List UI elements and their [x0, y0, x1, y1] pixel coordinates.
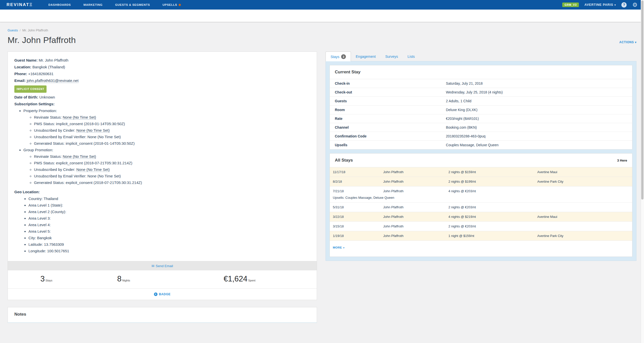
subscription-item-prefix: Generated Status:	[34, 141, 66, 145]
stay-row: 11/17/18John Pfaffroth2 nights @ $159/nt…	[330, 167, 632, 177]
guest-field-label: Phone:	[14, 72, 27, 76]
nav-item-dashboards[interactable]: DASHBOARDS	[48, 3, 71, 6]
subscription-item-prefix: PMS Status:	[34, 122, 56, 126]
notes-card: Notes	[8, 307, 317, 323]
stat-value: €1,624	[224, 274, 248, 283]
stay-guest-name: John Pfaffroth	[383, 180, 448, 183]
subscription-item-prefix: Revinate Status:	[34, 154, 63, 159]
stay-row-main: 11/17/18John Pfaffroth2 nights @ $159/nt…	[330, 167, 632, 177]
guest-tabs: Stays3EngagementSurveysLists	[326, 52, 636, 61]
current-stay-row-value: Couples Massage, Deluxe Queen	[446, 143, 627, 147]
nav-item-label: GUESTS & SEGMENTS	[115, 3, 150, 6]
subscription-item-value: None (No Time Set)	[76, 128, 110, 133]
nav-item-upsells[interactable]: UPSELLS	[163, 3, 181, 6]
current-stay-row-label: Guests	[335, 99, 446, 103]
breadcrumb-current: Mr. John Pfaffroth	[22, 28, 48, 32]
account-menu[interactable]: AVERTINE PARIS▾	[584, 3, 616, 7]
current-stay-row: Check-outWednesday, July 25, 2018 (4 nig…	[330, 88, 632, 97]
guest-stat-stays: 3Stays	[8, 274, 85, 283]
stay-guest-name: John Pfaffroth	[383, 234, 448, 238]
send-email-bar: ✉Send Email	[8, 261, 317, 270]
current-stay-row-value: 201803235288-463-0puq	[446, 134, 627, 138]
subscription-item-value: None (No Time Set)	[63, 115, 96, 120]
guest-stat-nights: 8Nights	[85, 274, 162, 283]
subscription-item-value: None (No Time Set)	[88, 174, 121, 178]
stay-property	[537, 205, 629, 209]
notes-title: Notes	[14, 312, 310, 317]
stay-row-main: 8/2/18John Pfaffroth2 nights @ $199/ntAv…	[330, 177, 632, 186]
stat-label: Nights	[122, 279, 130, 282]
stay-date: 3/22/18	[333, 215, 383, 219]
subscription-item: Revinate Status: None (No Time Set)	[34, 154, 310, 159]
tab-engagement[interactable]: Engagement	[351, 52, 380, 61]
more-stays-link[interactable]: MORE »	[333, 246, 345, 249]
current-stay-row-label: Confirmation Code	[335, 134, 446, 138]
stay-guest-name: John Pfaffroth	[383, 170, 448, 174]
subscription-item: Unsubscribed by Email Verifier: None (No…	[34, 134, 310, 140]
nav-right-controls: GRM_V3 AVERTINE PARIS▾ ? ⚙	[562, 2, 637, 8]
geo-item: Area Level 5:	[28, 228, 310, 234]
envelope-icon: ✉	[151, 264, 154, 268]
revinate-logo[interactable]: REVINATΞ	[7, 2, 33, 7]
subscription-group: Group Promotion:Revinate Status: None (N…	[23, 147, 310, 185]
actions-label: ACTIONS	[619, 40, 634, 44]
stay-row: 7/21/18John Pfaffroth4 nights @ €203/ntU…	[330, 186, 632, 203]
stay-nights-rate: 2 nights @ €203/nt	[448, 205, 537, 209]
current-stay-row-value: Deluxe King (DLXK)	[446, 108, 627, 112]
geo-item: Country: Thailand	[28, 196, 310, 202]
stay-date: 11/17/18	[333, 170, 383, 174]
send-email-button[interactable]: ✉Send Email	[151, 264, 173, 268]
chevron-down-icon: ▾	[635, 41, 636, 44]
guest-field-label: Guest Name:	[14, 58, 38, 62]
gear-icon[interactable]: ⚙	[632, 2, 637, 8]
subscription-item-value: explicit_consent (2018-07-21T05:30:31.21…	[66, 180, 142, 185]
tab-stays[interactable]: Stays3	[326, 52, 351, 61]
stays-tab-panel: Current Stay Check-inSaturday, July 21, …	[326, 61, 636, 261]
stay-date: 8/2/18	[333, 180, 383, 183]
tab-lists[interactable]: Lists	[403, 52, 420, 61]
help-icon[interactable]: ?	[621, 2, 627, 8]
guest-field: Email: john.pfaffroth631@revinate.net	[14, 78, 310, 83]
stay-guest-name: John Pfaffroth	[383, 215, 448, 219]
tab-label: Engagement	[356, 55, 376, 59]
tab-surveys[interactable]: Surveys	[380, 52, 403, 61]
add-badge-button[interactable]: +BADGE	[154, 292, 171, 296]
guest-details: Guest Name: Mr. John PfaffrothLocation: …	[8, 52, 317, 261]
current-stay-row-label: Rate	[335, 117, 446, 121]
actions-button[interactable]: ACTIONS ▾	[619, 40, 636, 45]
guest-field: Guest Name: Mr. John Pfaffroth	[14, 57, 310, 63]
stat-label: Stays	[46, 279, 53, 282]
stay-row: 5/31/18John Pfaffroth2 nights @ €203/nt	[330, 203, 632, 212]
stays-here-count: 3 Here	[617, 159, 627, 162]
nav-item-guests-segments[interactable]: GUESTS & SEGMENTS	[115, 3, 150, 6]
stay-row-main: 7/21/18John Pfaffroth4 nights @ €203/nt	[330, 186, 632, 196]
subscription-item-prefix: Generated Status:	[34, 180, 66, 185]
subscription-item-prefix: PMS Status:	[34, 161, 56, 165]
subscription-item-prefix: Unsubscribed by Cinder:	[34, 167, 76, 172]
subscription-item: Unsubscribed by Cinder: None (No Time Se…	[34, 127, 310, 133]
current-stay-row: Guests2 Adults, 1 Child	[330, 97, 632, 106]
stay-row: 8/2/18John Pfaffroth2 nights @ $199/ntAv…	[330, 177, 632, 186]
page-title: Mr. John Pfaffroth	[8, 35, 76, 45]
current-stay-row-value: Saturday, July 21, 2018	[446, 81, 627, 85]
page-scrollbar-track[interactable]	[641, 0, 644, 343]
guest-field-value: Mr. John Pfaffroth	[39, 58, 68, 62]
page-scrollbar-thumb[interactable]	[641, 1, 643, 200]
guest-field: Location: Bangkok (Thailand)	[14, 64, 310, 70]
breadcrumb-separator: /	[20, 28, 21, 32]
nav-item-marketing[interactable]: MARKETING	[84, 3, 103, 6]
badge-button-label: BADGE	[159, 292, 171, 296]
current-stay-row: Confirmation Code201803235288-463-0puq	[330, 132, 632, 141]
stay-nights-rate: 1 night @ $159/nt	[448, 234, 537, 238]
breadcrumb-guests-link[interactable]: Guests	[8, 28, 18, 32]
all-stays-card: All Stays 3 Here 11/17/18John Pfaffroth2…	[330, 153, 632, 257]
subscription-item: Generated Status: explicit_consent (2018…	[34, 180, 310, 185]
stay-property	[537, 224, 629, 228]
current-stay-card: Current Stay Check-inSaturday, July 21, …	[330, 65, 632, 150]
stay-guest-name: John Pfaffroth	[383, 224, 448, 228]
guest-field-value[interactable]: john.pfaffroth631@revinate.net	[27, 78, 78, 83]
plus-icon: +	[154, 292, 157, 296]
geo-item: Latitude: 13.7563309	[28, 241, 310, 247]
badge-row: +BADGE	[8, 288, 317, 300]
geo-item: Area Level 3:	[28, 215, 310, 221]
